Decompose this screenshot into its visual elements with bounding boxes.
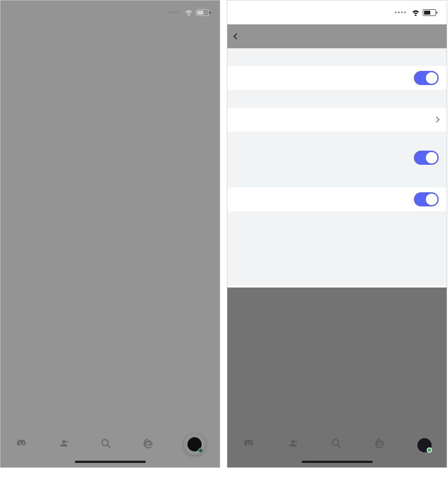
status-icons bbox=[168, 9, 209, 16]
nav-bar bbox=[227, 24, 447, 48]
profile-tab[interactable] bbox=[184, 434, 205, 455]
back-button[interactable] bbox=[234, 34, 241, 39]
row-integrate-calls[interactable] bbox=[227, 146, 447, 170]
search-icon[interactable] bbox=[330, 438, 343, 449]
toggle-on[interactable] bbox=[414, 192, 439, 206]
status-online-icon bbox=[198, 448, 203, 453]
row-inapp-toggle[interactable] bbox=[227, 66, 447, 90]
status-online-icon bbox=[427, 447, 432, 453]
home-indicator bbox=[302, 461, 373, 463]
wifi-icon bbox=[184, 9, 193, 16]
section-header-other bbox=[227, 170, 447, 187]
wifi-icon bbox=[411, 9, 420, 16]
friends-icon[interactable] bbox=[57, 438, 70, 449]
chevron-left-icon bbox=[234, 33, 240, 39]
notifications-body bbox=[227, 48, 447, 286]
friends-icon[interactable] bbox=[286, 438, 300, 449]
svg-line-3 bbox=[338, 445, 340, 447]
search-icon[interactable] bbox=[99, 438, 113, 449]
section-header-inapp bbox=[227, 48, 447, 66]
row-system-link[interactable] bbox=[227, 108, 447, 132]
chevron-right-icon bbox=[433, 117, 440, 123]
mentions-icon[interactable] bbox=[374, 438, 387, 449]
row-friends-stream[interactable] bbox=[227, 187, 447, 211]
toggle-on[interactable] bbox=[414, 71, 439, 85]
home-indicator bbox=[75, 461, 146, 463]
status-bar bbox=[227, 0, 447, 24]
phone-left bbox=[0, 0, 220, 468]
discord-icon[interactable] bbox=[242, 438, 256, 449]
status-icons bbox=[395, 9, 436, 16]
empty-area bbox=[227, 288, 447, 432]
status-bar bbox=[0, 0, 220, 24]
toggle-on[interactable] bbox=[414, 151, 439, 165]
mentions-icon[interactable] bbox=[142, 438, 155, 449]
svg-line-1 bbox=[107, 445, 110, 447]
profile-tab[interactable] bbox=[417, 438, 432, 452]
hint-text bbox=[227, 132, 447, 146]
discord-icon[interactable] bbox=[15, 438, 28, 449]
phone-right bbox=[227, 0, 447, 468]
section-header-system bbox=[227, 90, 447, 108]
